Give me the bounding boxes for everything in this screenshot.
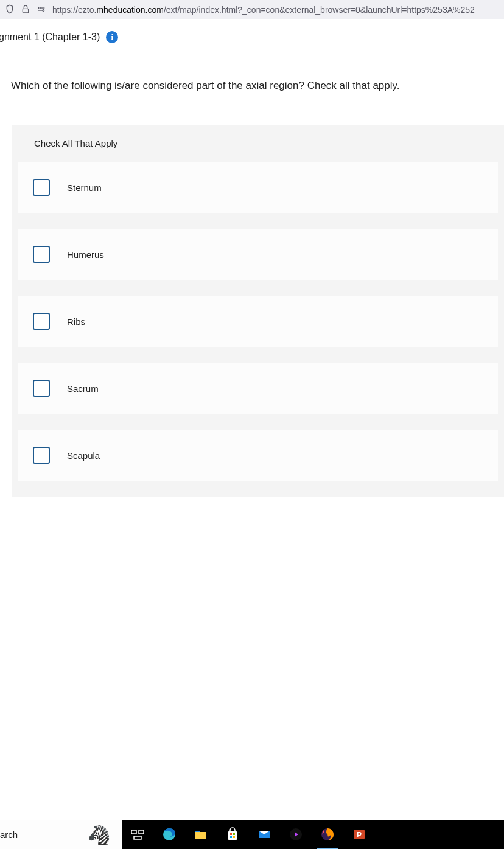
option-label: Sternum	[67, 183, 102, 193]
browser-url-bar: https://ezto.mheducation.com/ext/map/ind…	[0, 0, 504, 19]
option-label: Ribs	[67, 316, 85, 327]
svg-rect-12	[230, 836, 232, 838]
option-row[interactable]: Ribs	[18, 296, 498, 347]
svg-rect-10	[230, 833, 232, 835]
permissions-icon[interactable]	[37, 4, 46, 16]
option-label: Humerus	[67, 250, 104, 260]
taskbar-apps: P	[122, 820, 375, 849]
info-icon[interactable]: i	[106, 31, 118, 43]
answer-panel: Check All That Apply Sternum Humerus Rib…	[12, 125, 504, 497]
checkbox[interactable]	[33, 246, 50, 263]
powerpoint-icon[interactable]: P	[343, 820, 375, 849]
taskbar-search[interactable]: arch 🦓	[0, 820, 122, 849]
option-row[interactable]: Scapula	[18, 430, 498, 481]
svg-rect-7	[134, 836, 141, 839]
file-explorer-icon[interactable]	[185, 820, 217, 849]
svg-rect-0	[23, 9, 28, 13]
checkbox[interactable]	[33, 380, 50, 397]
checkbox[interactable]	[33, 447, 50, 464]
panel-title: Check All That Apply	[12, 125, 504, 162]
edge-icon[interactable]	[153, 820, 185, 849]
svg-rect-6	[139, 830, 144, 834]
option-row[interactable]: Humerus	[18, 229, 498, 280]
search-text: arch	[0, 830, 18, 840]
svg-rect-13	[233, 836, 235, 838]
assignment-title: gnment 1 (Chapter 1-3)	[0, 32, 100, 43]
zebra-icon: 🦓	[80, 822, 117, 847]
option-label: Sacrum	[67, 383, 99, 394]
svg-point-1	[38, 7, 40, 9]
windows-taskbar: arch 🦓 P	[0, 820, 504, 849]
svg-rect-11	[233, 833, 235, 835]
options-list: Sternum Humerus Ribs Sacrum Scapula	[12, 162, 504, 497]
question-area: Which of the following is/are considered…	[0, 55, 504, 497]
ms-store-icon[interactable]	[217, 820, 248, 849]
url-text[interactable]: https://ezto.mheducation.com/ext/map/ind…	[52, 5, 475, 15]
svg-rect-9	[228, 831, 237, 840]
option-label: Scapula	[67, 450, 100, 461]
svg-point-3	[43, 9, 44, 11]
media-icon[interactable]	[280, 820, 312, 849]
lock-icon[interactable]	[21, 4, 30, 16]
checkbox[interactable]	[33, 313, 50, 330]
question-prompt: Which of the following is/are considered…	[11, 80, 504, 92]
shield-icon[interactable]	[5, 4, 15, 16]
option-row[interactable]: Sternum	[18, 162, 498, 213]
svg-rect-5	[131, 830, 136, 834]
task-view-icon[interactable]	[122, 820, 153, 849]
mail-icon[interactable]	[248, 820, 280, 849]
firefox-icon[interactable]	[312, 820, 343, 849]
svg-text:P: P	[357, 831, 362, 839]
assignment-header: gnment 1 (Chapter 1-3) i	[0, 19, 504, 55]
option-row[interactable]: Sacrum	[18, 363, 498, 414]
checkbox[interactable]	[33, 179, 50, 196]
